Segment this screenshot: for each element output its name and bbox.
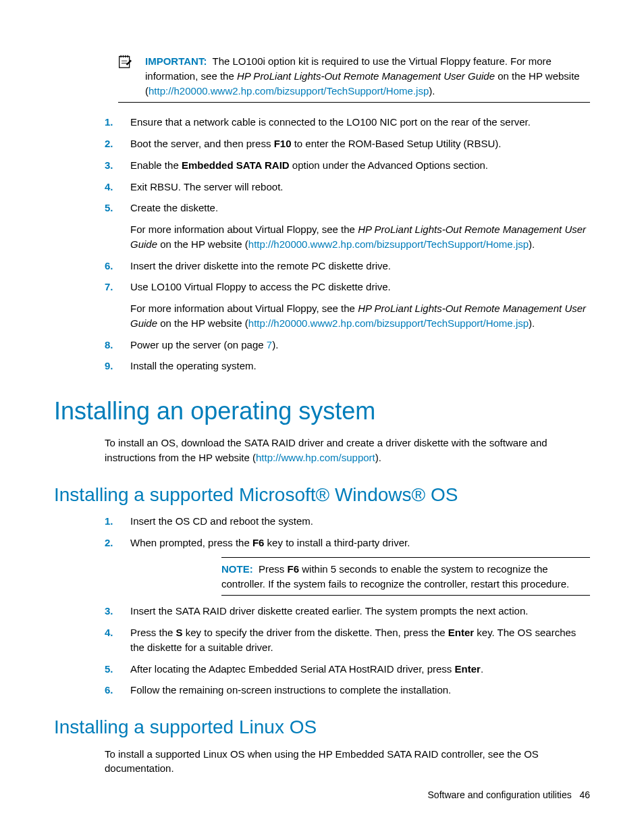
- step-number: 4.: [105, 625, 113, 640]
- step-7-link[interactable]: http://h20000.www2.hp.com/bizsupport/Tec…: [248, 317, 529, 329]
- page-footer: Software and configuration utilities 46: [428, 788, 590, 802]
- step-number: 1.: [105, 514, 113, 529]
- important-label: IMPORTANT:: [145, 55, 207, 67]
- step-1: 1.Ensure that a network cable is connect…: [105, 115, 590, 130]
- heading-linux-os: Installing a supported Linux OS: [54, 714, 590, 741]
- note-label: NOTE:: [221, 563, 253, 575]
- page-content: IMPORTANT: The LO100i option kit is requ…: [0, 0, 644, 812]
- important-text: IMPORTANT: The LO100i option kit is requ…: [145, 54, 590, 98]
- svg-rect-0: [119, 57, 130, 68]
- step-b3: 3.Insert the SATA RAID driver diskette c…: [105, 604, 590, 619]
- step-text: Boot the server, and then press F10 to e…: [130, 138, 501, 149]
- step-text: Insert the OS CD and reboot the system.: [130, 515, 313, 527]
- step-text: Insert the SATA RAID driver diskette cre…: [130, 605, 528, 617]
- step-7-note: For more information about Virtual Flopp…: [130, 301, 590, 331]
- step-number: 8.: [105, 338, 113, 353]
- step-text: Insert the driver diskette into the remo…: [130, 260, 391, 271]
- step-4: 4.Exit RBSU. The server will reboot.: [105, 180, 590, 194]
- hp-support-link[interactable]: http://www.hp.com/support: [256, 452, 375, 463]
- step-number: 3.: [105, 604, 113, 619]
- step-b5: 5.After locating the Adaptec Embedded Se…: [105, 662, 590, 677]
- procedure-b: 1.Insert the OS CD and reboot the system…: [54, 514, 590, 698]
- footer-title: Software and configuration utilities: [428, 789, 572, 800]
- step-text: Exit RBSU. The server will reboot.: [130, 181, 283, 192]
- step-6: 6.Insert the driver diskette into the re…: [105, 259, 590, 273]
- step-b1: 1.Insert the OS CD and reboot the system…: [105, 514, 590, 529]
- step-5-note: For more information about Virtual Flopp…: [130, 222, 590, 252]
- important-link[interactable]: http://h20000.www2.hp.com/bizsupport/Tec…: [149, 85, 429, 97]
- step-number: 9.: [105, 359, 113, 373]
- step-number: 6.: [105, 259, 113, 273]
- procedure-a: 1.Ensure that a network cable is connect…: [54, 115, 590, 373]
- heading-windows-os: Installing a supported Microsoft® Window…: [54, 481, 590, 509]
- step-b6: 6.Follow the remaining on-screen instruc…: [105, 683, 590, 698]
- os-intro: To install an OS, download the SATA RAID…: [105, 436, 590, 465]
- step-text: Power up the server (on page 7).: [130, 339, 278, 350]
- heading-installing-os: Installing an operating system: [54, 394, 590, 429]
- important-icon: [118, 54, 145, 98]
- step-text: Install the operating system.: [130, 360, 257, 371]
- step-text: Ensure that a network cable is connected…: [130, 116, 531, 128]
- step-number: 5.: [105, 201, 113, 215]
- step-number: 5.: [105, 662, 113, 677]
- step-5-link[interactable]: http://h20000.www2.hp.com/bizsupport/Tec…: [248, 238, 529, 250]
- step-text: After locating the Adaptec Embedded Seri…: [130, 663, 483, 675]
- step-text: Enable the Embedded SATA RAID option und…: [130, 159, 488, 171]
- step-7: 7.Use LO100 Virtual Floppy to access the…: [105, 280, 590, 330]
- step-2: 2.Boot the server, and then press F10 to…: [105, 136, 590, 151]
- important-callout: IMPORTANT: The LO100i option kit is requ…: [118, 54, 590, 103]
- step-b2: 2.When prompted, press the F6 key to ins…: [105, 536, 590, 596]
- linux-para: To install a supported Linux OS when usi…: [105, 747, 590, 777]
- step-9: 9.Install the operating system.: [105, 359, 590, 373]
- step-number: 1.: [105, 115, 113, 130]
- step-number: 7.: [105, 280, 113, 294]
- step-text: When prompted, press the F6 key to insta…: [130, 537, 410, 548]
- important-body-3: ).: [429, 85, 435, 97]
- footer-page-number: 46: [579, 789, 590, 800]
- step-3: 3.Enable the Embedded SATA RAID option u…: [105, 158, 590, 173]
- important-doc-title: HP ProLiant Lights-Out Remote Management…: [237, 70, 495, 82]
- step-8: 8.Power up the server (on page 7).: [105, 338, 590, 353]
- step-number: 2.: [105, 536, 113, 550]
- step-8-page-link[interactable]: 7: [267, 339, 272, 350]
- note-callout: NOTE: Press F6 within 5 seconds to enabl…: [221, 557, 590, 596]
- step-b4: 4.Press the S key to specify the driver …: [105, 625, 590, 655]
- step-text: Follow the remaining on-screen instructi…: [130, 684, 451, 696]
- step-number: 4.: [105, 180, 113, 194]
- step-text: Use LO100 Virtual Floppy to access the P…: [130, 281, 391, 292]
- step-text: Create the diskette.: [130, 202, 218, 213]
- step-number: 3.: [105, 158, 113, 173]
- step-5: 5.Create the diskette. For more informat…: [105, 201, 590, 251]
- step-text: Press the S key to specify the driver fr…: [130, 627, 576, 653]
- step-number: 2.: [105, 136, 113, 151]
- step-number: 6.: [105, 683, 113, 698]
